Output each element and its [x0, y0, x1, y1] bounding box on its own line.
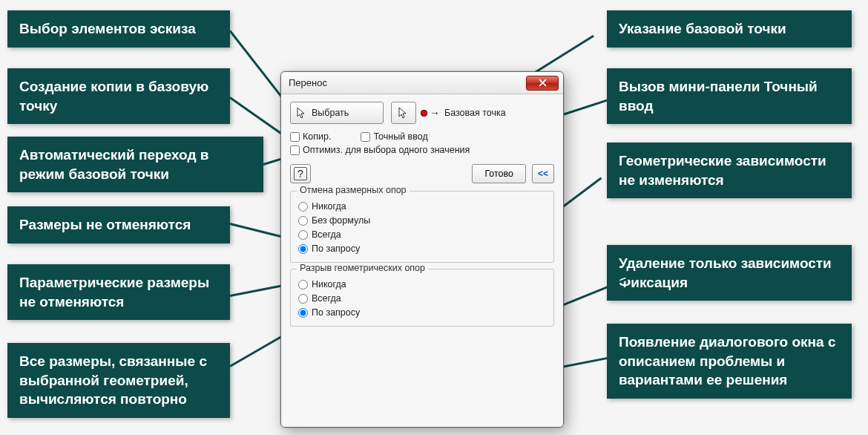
red-dot-icon [421, 110, 427, 117]
radio-dim-noformula-label: Без формулы [312, 215, 370, 226]
leader-line [229, 30, 283, 99]
group-dimension-cancel: Отмена размерных опор Никогда Без формул… [290, 191, 554, 263]
radio-geo-onrequest-label: По запросу [312, 307, 360, 318]
radio-dim-onrequest[interactable]: По запросу [298, 243, 546, 254]
dialog-window: Перенос Выбрать → [280, 71, 564, 428]
close-button[interactable] [526, 76, 559, 91]
help-icon: ? [294, 167, 307, 180]
collapse-button[interactable]: << [532, 164, 554, 183]
radio-geo-always-input[interactable] [298, 294, 308, 304]
radio-dim-never[interactable]: Никогда [298, 201, 546, 212]
optimize-checkbox[interactable]: Оптимиз. для выбора одного значения [290, 145, 554, 155]
precise-input-checkbox[interactable]: Точный ввод [361, 131, 427, 142]
radio-geo-always-label: Всегда [312, 293, 341, 304]
radio-geo-never-input[interactable] [298, 280, 308, 290]
radio-dim-noformula[interactable]: Без формулы [298, 215, 546, 226]
copy-checkbox-label: Копир. [303, 131, 331, 142]
callout-problem-dialog: Появление диалогового окна с описанием п… [607, 324, 852, 399]
copy-checkbox[interactable]: Копир. [290, 131, 331, 142]
radio-geo-always[interactable]: Всегда [298, 293, 546, 304]
arrow-right-icon: → [430, 107, 440, 119]
radio-dim-always-label: Всегда [312, 229, 341, 240]
callout-auto-basepoint-mode: Автоматический переход в режим базовой т… [7, 137, 263, 192]
callout-dims-not-cancelled: Размеры не отменяются [7, 206, 230, 243]
group-geo-break: Разрыв геометрических опор Никогда Всегд… [290, 269, 554, 327]
radio-dim-onrequest-label: По запросу [312, 243, 360, 254]
precise-input-checkbox-input[interactable] [361, 132, 370, 142]
titlebar[interactable]: Перенос [281, 72, 563, 94]
select-button[interactable]: Выбрать [290, 102, 384, 124]
group-dimension-cancel-title: Отмена размерных опор [297, 185, 410, 195]
radio-dim-never-label: Никогда [312, 201, 346, 212]
optimize-checkbox-label: Оптимиз. для выбора одного значения [303, 145, 470, 155]
radio-geo-never-label: Никогда [312, 279, 346, 290]
callout-select-elements: Выбор элементов эскиза [7, 10, 230, 48]
callout-basepoint-spec: Указание базовой точки [607, 10, 852, 48]
done-button[interactable]: Готово [472, 164, 526, 183]
radio-geo-onrequest-input[interactable] [298, 308, 308, 318]
callout-geo-constraints-unchanged: Геометрические зависимости не изменяются [607, 143, 852, 198]
callout-precise-input-panel: Вызов мини-панели Точный ввод [607, 68, 852, 124]
radio-geo-never[interactable]: Никогда [298, 279, 546, 290]
radio-dim-always-input[interactable] [298, 230, 308, 240]
radio-dim-noformula-input[interactable] [298, 216, 308, 226]
optimize-checkbox-input[interactable] [290, 145, 300, 155]
basepoint-button[interactable] [391, 102, 416, 124]
cursor-icon [398, 107, 410, 119]
select-button-label: Выбрать [310, 108, 353, 118]
precise-input-checkbox-label: Точный ввод [373, 131, 427, 142]
radio-geo-onrequest[interactable]: По запросу [298, 307, 546, 318]
callout-param-dims-not-cancelled: Параметрические размеры не отменяются [7, 264, 230, 320]
callout-dims-recomputed: Все размеры, связанные с выбранной геоме… [7, 343, 230, 418]
cursor-icon [294, 105, 310, 121]
group-geo-break-title: Разрыв геометрических опор [297, 263, 428, 273]
radio-dim-never-input[interactable] [298, 202, 308, 212]
callout-delete-fix-constraint: Удаление только зависимости Фиксация [607, 245, 852, 301]
copy-checkbox-input[interactable] [290, 132, 300, 142]
callout-copy-to-basepoint: Создание копии в базовую точку [7, 68, 230, 124]
basepoint-glyph: → [421, 107, 440, 119]
radio-dim-always[interactable]: Всегда [298, 229, 546, 240]
radio-dim-onrequest-input[interactable] [298, 244, 308, 254]
basepoint-label: Базовая точка [444, 108, 506, 118]
window-title: Перенос [289, 77, 526, 88]
close-icon [539, 79, 547, 87]
help-button[interactable]: ? [290, 164, 311, 183]
